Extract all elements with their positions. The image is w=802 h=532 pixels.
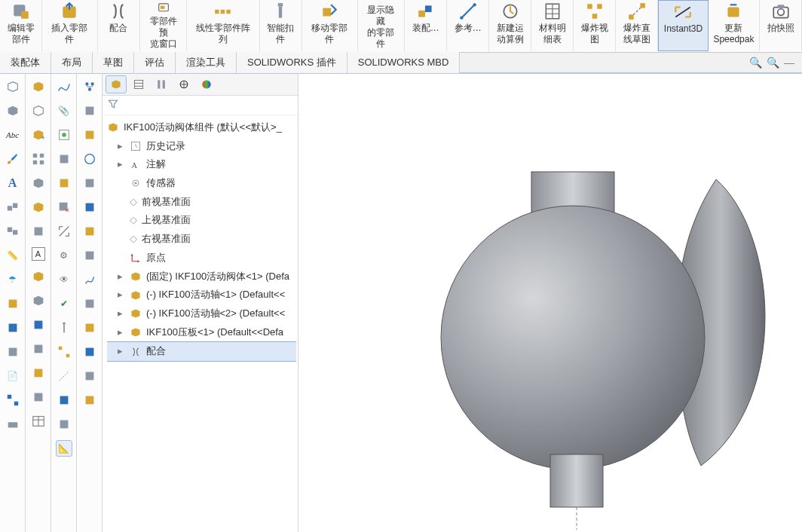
icon[interactable]: [81, 102, 98, 119]
ribbon-snapshot[interactable]: 拍快照: [760, 0, 802, 51]
ribbon-show-hidden[interactable]: 显示隐藏 的零部件: [358, 0, 405, 51]
tab-addins[interactable]: SOLIDWORKS 插件: [237, 52, 347, 73]
cube-add-icon[interactable]: +: [30, 127, 47, 143]
expand-icon[interactable]: ▸: [118, 304, 125, 323]
viewport-3d[interactable]: [298, 74, 802, 532]
icon[interactable]: [81, 151, 98, 167]
expand-icon[interactable]: ▸: [118, 268, 125, 286]
group-icon[interactable]: [5, 392, 21, 408]
circuit-icon[interactable]: [56, 127, 72, 143]
eye-icon[interactable]: 👁: [56, 271, 72, 288]
box-icon[interactable]: [56, 151, 72, 167]
cube-icon[interactable]: [30, 199, 47, 216]
ribbon-assembly[interactable]: 装配…: [405, 0, 447, 51]
block-icon[interactable]: [5, 416, 21, 433]
icon[interactable]: [81, 223, 98, 240]
umbrella-icon[interactable]: ☂: [5, 271, 21, 288]
tab-layout[interactable]: 布局: [51, 52, 93, 73]
expand-icon[interactable]: ▸: [118, 286, 125, 304]
icon[interactable]: [81, 392, 98, 408]
expand-icon[interactable]: ▸: [118, 137, 125, 156]
grid-icon[interactable]: [30, 151, 47, 167]
tree-filter[interactable]: [103, 96, 298, 115]
search-icon[interactable]: 🔍: [749, 57, 762, 69]
tree-tab-property-icon[interactable]: [128, 75, 149, 93]
cube-wire-icon[interactable]: [5, 78, 21, 95]
expand-icon[interactable]: ▸: [118, 323, 125, 342]
page-icon[interactable]: 📄: [5, 368, 21, 384]
cube-icon[interactable]: [30, 389, 47, 405]
tree-part-3[interactable]: ▸ (-) IKF100活动轴<2> (Default<<: [107, 304, 296, 323]
text-a-icon[interactable]: A: [5, 175, 21, 191]
tree-history[interactable]: ▸ 历史记录: [107, 137, 296, 156]
tree-origin[interactable]: 原点: [107, 249, 296, 268]
icon[interactable]: [81, 271, 98, 288]
ribbon-linear-pattern[interactable]: 线性零部件阵列: [187, 0, 260, 51]
tab-render[interactable]: 渲染工具: [176, 52, 237, 73]
tree-part-2[interactable]: ▸ (-) IKF100活动轴<1> (Default<<: [107, 286, 296, 304]
cube-icon[interactable]: [30, 175, 47, 191]
zoom-icon[interactable]: 🔍: [767, 57, 779, 69]
clip-icon[interactable]: 📎: [56, 102, 72, 119]
cubes-icon[interactable]: [5, 199, 21, 216]
box-x-icon[interactable]: ×: [56, 199, 72, 216]
icon[interactable]: [81, 199, 98, 216]
tree-tab-config-icon[interactable]: [151, 75, 172, 93]
cube-solid-icon[interactable]: [5, 102, 21, 119]
exp-line-icon[interactable]: [56, 368, 72, 384]
bolt-icon[interactable]: [56, 320, 72, 336]
ribbon-motion-study[interactable]: 新建运 动算例: [489, 0, 531, 51]
tab-sketch[interactable]: 草图: [93, 52, 134, 73]
tree-body[interactable]: IKF100活动阀体组件 (默认<<默认>_ ▸ 历史记录 ▸ A 注解 传感器…: [103, 115, 298, 532]
icon[interactable]: [81, 295, 98, 312]
expand-icon[interactable]: ▸: [118, 155, 125, 174]
tree-tab-dim-icon[interactable]: [173, 75, 194, 93]
tab-mbd[interactable]: SOLIDWORKS MBD: [347, 52, 461, 73]
ribbon-edit-component[interactable]: 编辑零 部件: [0, 0, 42, 51]
cube-wire-icon[interactable]: [30, 102, 47, 119]
icon[interactable]: [81, 344, 98, 360]
ribbon-instant3d[interactable]: Instant3D: [658, 0, 709, 51]
annotate-abc-icon[interactable]: Abc: [5, 127, 21, 143]
tree-front-plane[interactable]: ◇ 前视基准面: [107, 193, 296, 212]
tree-part-4[interactable]: ▸ IKF100压板<1> (Default<<Defa: [107, 323, 296, 342]
cubes-icon-2[interactable]: [5, 223, 21, 240]
ruler-icon[interactable]: 📐: [56, 440, 72, 457]
cube-icon[interactable]: [30, 365, 47, 381]
icon[interactable]: [81, 175, 98, 191]
help-icon[interactable]: —: [784, 57, 794, 69]
boxed-a-icon[interactable]: A: [32, 247, 45, 261]
ribbon-mate[interactable]: 配合: [98, 0, 140, 51]
resize-icon[interactable]: [56, 223, 72, 240]
icon[interactable]: [81, 247, 98, 264]
cube-icon[interactable]: [30, 292, 47, 309]
cube-icon[interactable]: [30, 223, 47, 240]
tree-part-1[interactable]: ▸ (固定) IKF100活动阀体<1> (Defa: [107, 268, 296, 286]
ribbon-speedpak[interactable]: 更新 Speedpak: [709, 0, 760, 51]
check-icon[interactable]: ✔: [56, 295, 72, 312]
cube-icon[interactable]: [30, 268, 47, 285]
ribbon-bom[interactable]: 材料明 细表: [531, 0, 574, 51]
tab-evaluate[interactable]: 评估: [134, 52, 176, 73]
cube-icon[interactable]: [30, 78, 47, 95]
caliper-icon[interactable]: 📏: [5, 247, 21, 264]
ribbon-smart-fastener[interactable]: 智能扣 件: [260, 0, 302, 51]
icon[interactable]: [81, 320, 98, 336]
cube-icon-2[interactable]: [5, 320, 21, 336]
tree-tab-appearance-icon[interactable]: [196, 75, 217, 93]
icon[interactable]: [81, 127, 98, 143]
gear-icon[interactable]: ⚙: [56, 247, 72, 264]
table-icon[interactable]: [30, 413, 47, 430]
ribbon-exploded-view[interactable]: 爆炸视 图: [574, 0, 616, 51]
tree-annotations[interactable]: ▸ A 注解: [107, 155, 296, 174]
cube-icon-3[interactable]: [5, 344, 21, 360]
tree-tab-feature-icon[interactable]: [106, 75, 127, 93]
tree-mates[interactable]: ▸ 配合: [107, 341, 296, 362]
box-icon[interactable]: [56, 175, 72, 191]
tree-top-plane[interactable]: ◇ 上视基准面: [107, 211, 296, 230]
ribbon-insert-component[interactable]: 插入零部件: [42, 0, 98, 51]
tree-sensors[interactable]: 传感器: [107, 174, 296, 193]
tab-assembly[interactable]: 装配体: [0, 52, 51, 73]
box-icon[interactable]: [56, 392, 72, 408]
spline-icon[interactable]: [56, 78, 72, 95]
